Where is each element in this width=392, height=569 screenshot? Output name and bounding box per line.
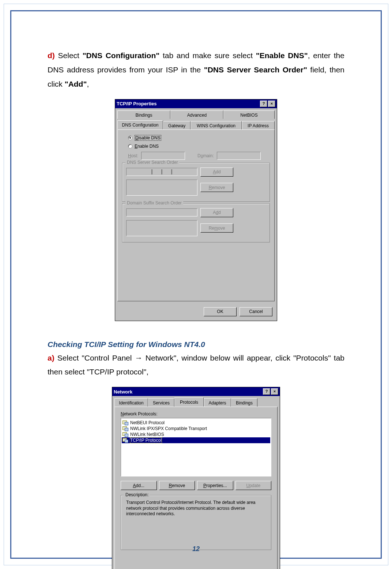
radio-dot-icon	[128, 144, 132, 148]
host-label: Host:	[128, 153, 138, 158]
domain-label: Domain:	[197, 153, 214, 158]
suffix-list[interactable]	[126, 220, 197, 236]
page-content: d) Select "DNS Configuration" tab and ma…	[48, 41, 344, 569]
update-button[interactable]: Update	[235, 481, 272, 490]
radio-dot-icon	[128, 136, 132, 140]
protocol-icon	[122, 432, 128, 437]
list-item[interactable]: NetBEUI Protocol	[122, 420, 270, 426]
tab-identification[interactable]: Identification	[114, 398, 148, 407]
dns-list[interactable]	[126, 180, 197, 196]
network-dialog: Network ? × Identification Services Prot…	[112, 387, 280, 569]
host-input[interactable]	[141, 152, 185, 160]
page-number: 12	[0, 545, 392, 553]
protocols-label: Network Protocols:	[121, 411, 271, 417]
list-item[interactable]: NWLink IPX/SPX Compatible Transport	[122, 426, 270, 432]
help-button[interactable]: ?	[260, 101, 267, 107]
group-title: Domain Suffix Search Order	[125, 200, 183, 206]
tab-bindings[interactable]: Bindings	[231, 398, 257, 407]
remove-button[interactable]: Remove	[159, 481, 195, 490]
group-title: DNS Server Search Order	[125, 160, 179, 165]
protocol-icon	[122, 420, 128, 425]
titlebar: TCP/IP Properties ? ×	[115, 99, 277, 108]
domain-input[interactable]	[217, 152, 261, 160]
radio-enable-dns[interactable]: Enable DNS	[128, 144, 274, 149]
protocols-listbox[interactable]: NetBEUI Protocol NWLink IPX/SPX Compatib…	[121, 418, 271, 476]
suffix-add-button[interactable]: Add	[200, 208, 233, 217]
tab-netbios[interactable]: NetBIOS	[223, 110, 275, 119]
tcpip-properties-dialog: TCP/IP Properties ? × Bindings Advanced …	[115, 99, 277, 321]
protocol-icon	[122, 426, 128, 431]
tab-gateway[interactable]: Gateway	[163, 121, 191, 129]
protocol-icon	[122, 438, 128, 443]
tab-advanced[interactable]: Advanced	[170, 110, 223, 119]
tab-protocols[interactable]: Protocols	[174, 397, 204, 407]
section-title: Checking TCI/IP Setting for Windows NT4.…	[48, 340, 344, 349]
tab-row-back: Bindings Advanced NetBIOS	[117, 110, 275, 119]
close-button[interactable]: ×	[271, 388, 278, 395]
ok-button[interactable]: OK	[204, 307, 237, 316]
description-group: Description: Transport Control Protocol/…	[121, 495, 271, 550]
list-item[interactable]: NWLink NetBIOS	[122, 432, 270, 437]
tab-adapters[interactable]: Adapters	[204, 398, 231, 407]
cancel-button[interactable]: Cancel	[240, 307, 272, 316]
tab-services[interactable]: Services	[148, 398, 174, 407]
tab-wins-configuration[interactable]: WINS Configuration	[191, 121, 242, 129]
domain-suffix-search-order-group: Domain Suffix Search Order Add Remove	[122, 203, 270, 242]
close-button[interactable]: ×	[268, 101, 275, 107]
suffix-remove-button[interactable]: Remove	[200, 223, 233, 233]
dns-add-button[interactable]: Add	[200, 167, 233, 177]
properties-button[interactable]: Properties...	[197, 481, 233, 490]
titlebar: Network ? ×	[112, 387, 280, 396]
tab-panel: Network Protocols: NetBEUI Protocol NWLi…	[114, 407, 278, 569]
radio-disable-dns[interactable]: Disable DNS	[128, 135, 274, 141]
dns-remove-button[interactable]: Remove	[200, 183, 233, 192]
tab-bindings[interactable]: Bindings	[117, 110, 170, 119]
tab-row-front: DNS Configuration Gateway WINS Configura…	[117, 120, 275, 129]
tab-ip-address[interactable]: IP Address	[242, 121, 275, 129]
description-label: Description:	[124, 492, 150, 497]
description-text: Transport Control Protocol/Internet Prot…	[125, 499, 267, 518]
help-button[interactable]: ?	[263, 388, 270, 395]
add-button[interactable]: Add...	[121, 481, 157, 490]
step-a-prefix: a)	[48, 354, 54, 362]
arrow-icon: →	[135, 354, 143, 362]
dns-ip-input[interactable]	[126, 168, 197, 176]
step-a-paragraph: a) Select "Control Panel → Network", win…	[48, 351, 344, 380]
tab-row: Identification Services Protocols Adapte…	[114, 397, 278, 407]
tab-panel: Disable DNS Enable DNS Host: Domain: DNS…	[117, 129, 275, 301]
step-d-prefix: d)	[48, 51, 55, 60]
step-d-paragraph: d) Select "DNS Configuration" tab and ma…	[48, 49, 344, 91]
suffix-input[interactable]	[126, 208, 197, 216]
dialog-title: TCP/IP Properties	[117, 101, 157, 106]
tab-dns-configuration[interactable]: DNS Configuration	[117, 120, 163, 129]
dialog-title: Network	[114, 389, 132, 395]
dns-server-search-order-group: DNS Server Search Order Add Remove	[122, 163, 270, 202]
list-item-selected[interactable]: TCP/IP Protocol	[122, 437, 270, 443]
